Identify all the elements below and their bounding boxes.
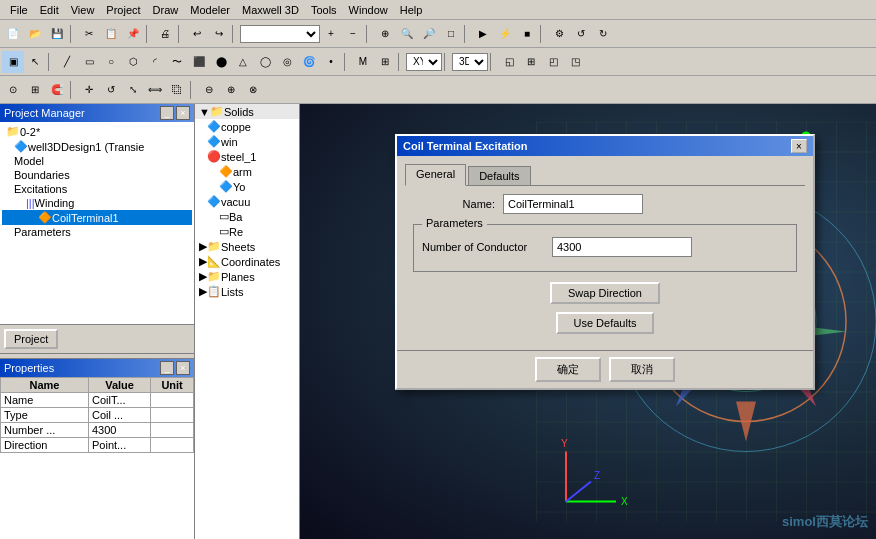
tb-cone[interactable]: △ (232, 51, 254, 73)
name-input[interactable] (503, 194, 643, 214)
tb-view-select[interactable]: 3D (452, 53, 488, 71)
menu-maxwell3d[interactable]: Maxwell 3D (236, 2, 305, 18)
tb-rotate-l[interactable]: ↺ (570, 23, 592, 45)
dialog-close-button[interactable]: × (791, 139, 807, 153)
tb-zoom-in[interactable]: 🔍 (396, 23, 418, 45)
center-coppe[interactable]: 🔷 coppe (195, 119, 299, 134)
tab-general[interactable]: General (405, 164, 466, 186)
tb-redo[interactable]: ↪ (208, 23, 230, 45)
menu-view[interactable]: View (65, 2, 101, 18)
ok-button[interactable]: 确定 (535, 357, 601, 382)
tb-copy[interactable]: 📋 (100, 23, 122, 45)
center-tree-solids[interactable]: ▼ 📁 Solids (195, 104, 299, 119)
tb-cursor[interactable]: ↖ (24, 51, 46, 73)
menu-project[interactable]: Project (100, 2, 146, 18)
tb-line[interactable]: ╱ (56, 51, 78, 73)
tb-spline[interactable]: 〜 (166, 51, 188, 73)
tb-cut[interactable]: ✂ (78, 23, 100, 45)
tb-save[interactable]: 💾 (46, 23, 68, 45)
pm-minimize-btn[interactable]: _ (160, 106, 174, 120)
menu-modeler[interactable]: Modeler (184, 2, 236, 18)
center-lists[interactable]: ▶ 📋 Lists (195, 284, 299, 299)
tb-box[interactable]: ⬛ (188, 51, 210, 73)
tb-copy2[interactable]: ⿻ (166, 79, 188, 101)
tb-plane-select[interactable]: XY (406, 53, 442, 71)
cancel-button[interactable]: 取消 (609, 357, 675, 382)
prop-close-btn[interactable]: × (176, 361, 190, 375)
tb-select-mode[interactable]: ▣ (2, 51, 24, 73)
tree-item-root[interactable]: 📁 0-2* (2, 124, 192, 139)
tb-arc[interactable]: ◜ (144, 51, 166, 73)
tb-select-1[interactable] (240, 25, 320, 43)
menu-edit[interactable]: Edit (34, 2, 65, 18)
center-win[interactable]: 🔷 win (195, 134, 299, 149)
tb-grid[interactable]: ⊞ (24, 79, 46, 101)
tb-settings[interactable]: ⚙ (548, 23, 570, 45)
tb-rect[interactable]: ▭ (78, 51, 100, 73)
project-button[interactable]: Project (4, 329, 58, 349)
tree-item-winding[interactable]: ||| Winding (2, 196, 192, 210)
center-yo[interactable]: 🔷 Yo (195, 179, 299, 194)
tree-item-excitations[interactable]: Excitations (2, 182, 192, 196)
tb-poly[interactable]: ⬡ (122, 51, 144, 73)
tb-view3[interactable]: ◰ (542, 51, 564, 73)
tb-remove[interactable]: − (342, 23, 364, 45)
tb-circle[interactable]: ○ (100, 51, 122, 73)
tree-item-design[interactable]: 🔷 well3DDesign1 (Transie (2, 139, 192, 154)
tb-point[interactable]: • (320, 51, 342, 73)
center-steel[interactable]: 🔴 steel_1 (195, 149, 299, 164)
use-defaults-button[interactable]: Use Defaults (556, 312, 655, 334)
tb-open[interactable]: 📂 (24, 23, 46, 45)
tb-sphere[interactable]: ◯ (254, 51, 276, 73)
center-sheets[interactable]: ▶ 📁 Sheets (195, 239, 299, 254)
menu-draw[interactable]: Draw (147, 2, 185, 18)
center-ba[interactable]: ▭ Ba (195, 209, 299, 224)
tb-run[interactable]: ▶ (472, 23, 494, 45)
swap-direction-button[interactable]: Swap Direction (550, 282, 660, 304)
tb-zoom-box[interactable]: □ (440, 23, 462, 45)
tb-snap[interactable]: ⊙ (2, 79, 24, 101)
center-arm[interactable]: 🔶 arm (195, 164, 299, 179)
tree-item-coil[interactable]: 🔶 CoilTerminal1 (2, 210, 192, 225)
menu-tools[interactable]: Tools (305, 2, 343, 18)
center-vacuu[interactable]: 🔷 vacuu (195, 194, 299, 209)
tb-cyl[interactable]: ⬤ (210, 51, 232, 73)
tree-item-boundaries[interactable]: Boundaries (2, 168, 192, 182)
tb-view4[interactable]: ◳ (564, 51, 586, 73)
menu-file[interactable]: File (4, 2, 34, 18)
tb-magnet[interactable]: 🧲 (46, 79, 68, 101)
tb-intersect[interactable]: ⊗ (242, 79, 264, 101)
tb-rotate-r[interactable]: ↻ (592, 23, 614, 45)
tb-undo[interactable]: ↩ (186, 23, 208, 45)
tab-defaults[interactable]: Defaults (468, 166, 530, 185)
tb-view1[interactable]: ◱ (498, 51, 520, 73)
tree-item-parameters[interactable]: Parameters (2, 225, 192, 239)
tb-new[interactable]: 📄 (2, 23, 24, 45)
tb-mesh[interactable]: ⊞ (374, 51, 396, 73)
pm-close-btn[interactable]: × (176, 106, 190, 120)
center-re[interactable]: ▭ Re (195, 224, 299, 239)
tb-print[interactable]: 🖨 (154, 23, 176, 45)
tb-mirror[interactable]: ⟺ (144, 79, 166, 101)
tb-add[interactable]: + (320, 23, 342, 45)
tree-item-model[interactable]: Model (2, 154, 192, 168)
tb-helix[interactable]: 🌀 (298, 51, 320, 73)
menu-help[interactable]: Help (394, 2, 429, 18)
center-planes[interactable]: ▶ 📁 Planes (195, 269, 299, 284)
tb-subtract[interactable]: ⊖ (198, 79, 220, 101)
tb-rotate2[interactable]: ↺ (100, 79, 122, 101)
tb-stop[interactable]: ■ (516, 23, 538, 45)
menu-window[interactable]: Window (343, 2, 394, 18)
tb-view2[interactable]: ⊞ (520, 51, 542, 73)
tb-analyze[interactable]: ⚡ (494, 23, 516, 45)
tb-union[interactable]: ⊕ (220, 79, 242, 101)
tb-material[interactable]: M (352, 51, 374, 73)
tb-scale[interactable]: ⤡ (122, 79, 144, 101)
conductor-input[interactable] (552, 237, 692, 257)
tb-paste[interactable]: 📌 (122, 23, 144, 45)
tb-move[interactable]: ✛ (78, 79, 100, 101)
tb-torus[interactable]: ◎ (276, 51, 298, 73)
tb-zoom-out[interactable]: 🔎 (418, 23, 440, 45)
tb-zoom-fit[interactable]: ⊕ (374, 23, 396, 45)
prop-minimize-btn[interactable]: _ (160, 361, 174, 375)
